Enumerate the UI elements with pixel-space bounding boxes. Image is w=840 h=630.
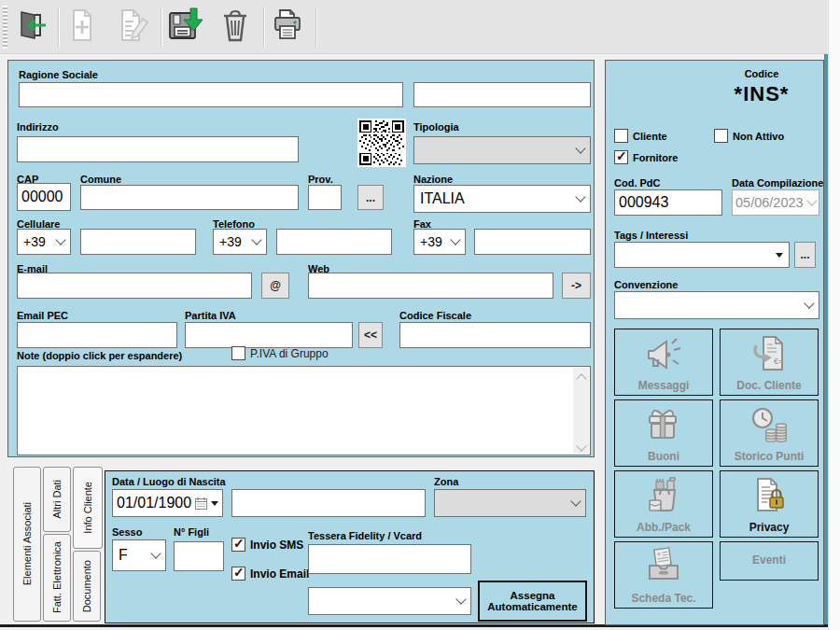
svg-text:€=: €= <box>774 357 783 366</box>
email-pec-label: Email PEC <box>17 310 68 321</box>
cod-pdc-input[interactable] <box>614 189 722 216</box>
telefono-prefix-select[interactable]: +39 <box>213 229 267 255</box>
scroll-down-icon[interactable] <box>576 441 586 451</box>
doc-cliente-label: Doc. Cliente <box>736 379 801 392</box>
data-compilazione-select[interactable]: 05/06/2023 <box>732 189 819 216</box>
invio-email-checkbox-group: Invio Email <box>231 567 309 581</box>
print-button[interactable] <box>267 7 308 48</box>
invio-sms-checkbox[interactable] <box>231 538 245 552</box>
nazione-select[interactable]: ITALIA <box>413 185 591 213</box>
comune-label: Comune <box>80 174 121 185</box>
tab-elementi-associati[interactable]: Elementi Associati <box>13 467 41 622</box>
scroll-up-icon[interactable] <box>576 373 586 384</box>
email-pec-input[interactable] <box>17 322 177 348</box>
indirizzo-input[interactable] <box>17 136 299 162</box>
luogo-nascita-input[interactable] <box>231 489 426 517</box>
tags-interessi-label: Tags / Interessi <box>614 230 688 241</box>
codice-label: Codice <box>705 68 819 79</box>
nazione-value: ITALIA <box>420 190 577 207</box>
data-compilazione-value: 05/06/2023 <box>735 195 808 210</box>
prov-input[interactable] <box>308 185 342 210</box>
ragione-sociale-input[interactable] <box>19 82 403 107</box>
trash-icon <box>217 7 254 48</box>
tags-interessi-combo[interactable] <box>614 242 790 268</box>
piva-gruppo-checkbox[interactable] <box>231 346 245 360</box>
chevron-down-icon <box>806 195 817 205</box>
comune-input[interactable] <box>80 185 299 210</box>
storico-punti-button[interactable]: Storico Punti <box>720 399 819 467</box>
data-nascita-picker[interactable]: 01/01/1900 <box>112 489 223 517</box>
tipologia-select[interactable] <box>413 136 591 164</box>
cliente-checkbox[interactable] <box>614 129 628 143</box>
non-attivo-checkbox[interactable] <box>714 129 728 143</box>
piva-gruppo-label: P.IVA di Gruppo <box>250 347 329 360</box>
email-input[interactable] <box>17 273 252 299</box>
save-disk-icon <box>166 6 205 49</box>
cellulare-prefix-select[interactable]: +39 <box>17 229 71 255</box>
email-at-button[interactable]: @ <box>261 273 289 299</box>
copy-piva-button[interactable]: << <box>358 322 383 348</box>
save-button[interactable] <box>165 7 206 48</box>
web-go-button[interactable]: -> <box>562 273 591 299</box>
fidelity-select[interactable] <box>308 587 471 615</box>
abb-pack-button[interactable]: Abb./Pack <box>614 470 713 538</box>
window-scrollbar[interactable] <box>828 0 840 630</box>
tab-fatt-elettronica[interactable]: Fatt. Elettronica <box>43 534 71 622</box>
cellulare-input[interactable] <box>80 229 196 255</box>
tab-altri-dati[interactable]: Altri Dati <box>43 467 71 532</box>
exit-button[interactable] <box>11 7 52 48</box>
data-nascita-value: 01/01/1900 <box>117 495 191 511</box>
ragione-sociale-label: Ragione Sociale <box>19 69 98 80</box>
chevron-down-icon <box>804 298 814 308</box>
partita-iva-input[interactable] <box>185 322 353 348</box>
tab-documento[interactable]: Documento <box>73 551 101 622</box>
assegna-automaticamente-button[interactable]: Assegna Automaticamente <box>478 581 587 622</box>
note-scrollbar[interactable] <box>573 368 589 454</box>
calendar-icon <box>195 497 207 510</box>
n-figli-input[interactable] <box>174 541 224 571</box>
comune-lookup-button[interactable]: ... <box>357 185 384 210</box>
printer-icon <box>269 7 306 48</box>
chevron-down-icon <box>150 548 161 558</box>
privacy-label: Privacy <box>749 521 790 534</box>
chevron-down-icon <box>575 191 585 202</box>
gift-icon <box>615 404 712 447</box>
telefono-input[interactable] <box>276 229 392 255</box>
convenzione-select[interactable] <box>614 291 819 319</box>
tags-lookup-button[interactable]: ... <box>794 242 816 268</box>
fornitore-checkbox[interactable] <box>614 150 628 164</box>
fax-input[interactable] <box>474 229 591 255</box>
qr-code <box>357 119 406 167</box>
chevron-down-icon <box>55 234 65 245</box>
exit-door-icon <box>13 7 50 48</box>
eventi-button[interactable]: Eventi <box>720 541 819 581</box>
toolbar-grip[interactable] <box>3 6 7 49</box>
delete-button[interactable] <box>215 7 256 48</box>
doc-cliente-button[interactable]: €= Doc. Cliente <box>720 329 819 396</box>
sesso-select[interactable]: F <box>112 539 166 571</box>
tipologia-label: Tipologia <box>413 121 459 133</box>
scheda-tec-button[interactable]: Scheda Tec. <box>614 541 713 609</box>
buoni-button[interactable]: Buoni <box>614 399 713 467</box>
zona-select[interactable] <box>434 489 586 517</box>
abb-pack-label: Abb./Pack <box>637 521 691 534</box>
privacy-button[interactable]: Privacy <box>720 470 819 538</box>
note-textarea[interactable] <box>17 366 591 455</box>
tessera-fidelity-input[interactable] <box>308 544 471 574</box>
invio-email-checkbox[interactable] <box>231 567 245 581</box>
data-nascita-label: Data / Luogo di Nascita <box>112 476 226 487</box>
cap-input[interactable] <box>17 183 71 211</box>
tab-documento-label: Documento <box>81 560 92 612</box>
chevron-down-icon <box>575 143 585 153</box>
tab-info-cliente[interactable]: Info Cliente <box>73 467 103 549</box>
toolbar-separator <box>315 7 317 47</box>
messaggi-button[interactable]: Messaggi <box>614 329 713 396</box>
ragione-sociale-input-2[interactable] <box>413 82 591 107</box>
codice-fiscale-input[interactable] <box>399 322 591 348</box>
cliente-label: Cliente <box>633 131 667 142</box>
web-input[interactable] <box>308 273 553 299</box>
new-document-icon <box>63 7 101 48</box>
fax-prefix-select[interactable]: +39 <box>413 229 466 255</box>
dropdown-arrow-icon <box>776 253 783 258</box>
fornitore-label: Fornitore <box>633 152 678 163</box>
